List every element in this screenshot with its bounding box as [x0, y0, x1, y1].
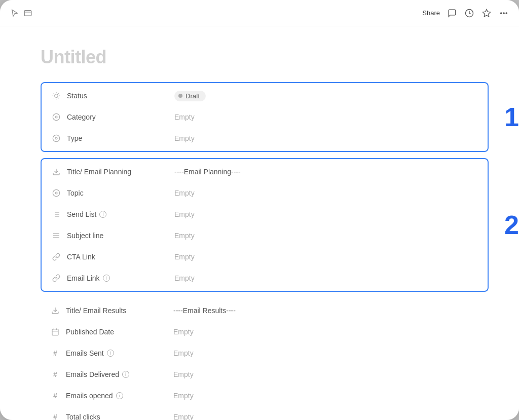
comment-icon[interactable]	[447, 8, 457, 18]
star-icon[interactable]	[481, 8, 492, 18]
share-label[interactable]: Share	[422, 9, 440, 17]
topic-value: Empty	[174, 189, 195, 197]
device-frame: Share	[0, 0, 519, 420]
category-value: Empty	[174, 113, 195, 121]
emails-sent-value: Empty	[173, 349, 194, 357]
draft-badge[interactable]: Draft	[174, 91, 206, 101]
type-row[interactable]: Type Empty	[42, 128, 488, 149]
type-icon	[52, 134, 61, 143]
top-bar-right: Share	[422, 8, 509, 18]
title-results-icon	[51, 306, 60, 315]
email-link-icon	[52, 274, 61, 283]
type-label: Type	[67, 134, 168, 142]
title-email-results-row[interactable]: Title/ Email Results ----Email Results--…	[41, 300, 489, 321]
emails-sent-row[interactable]: # Emails Sent i Empty	[41, 342, 489, 364]
window-icon	[23, 9, 32, 18]
published-date-row[interactable]: Published Date Empty	[41, 321, 489, 342]
topic-row[interactable]: Topic Empty	[42, 182, 488, 204]
email-link-value: Empty	[174, 274, 195, 282]
draft-dot	[178, 94, 182, 98]
send-list-row[interactable]: Send List i Empty	[42, 204, 488, 225]
emails-opened-icon: #	[51, 391, 60, 400]
published-date-icon	[51, 327, 60, 336]
svg-line-15	[58, 93, 59, 94]
cursor-icon	[10, 9, 19, 18]
send-list-label: Send List i	[67, 210, 168, 218]
section-2: Title/ Email Planning ----Email Planning…	[41, 158, 489, 292]
send-list-info-icon: i	[99, 211, 106, 218]
topic-label: Topic	[67, 189, 168, 197]
svg-point-16	[53, 113, 59, 120]
section-2-wrapper: Title/ Email Planning ----Email Planning…	[41, 158, 489, 292]
total-clicks-label: Total clicks	[66, 413, 167, 420]
svg-point-6	[506, 12, 507, 13]
title-planning-icon	[52, 167, 61, 176]
svg-point-4	[501, 12, 502, 13]
page-title[interactable]: Untitled	[41, 47, 489, 68]
category-row[interactable]: Category Empty	[42, 106, 488, 128]
emails-delivered-label: Emails Delivered i	[66, 370, 167, 378]
svg-point-22	[55, 192, 57, 194]
email-link-info-icon: i	[103, 275, 110, 282]
clock-icon[interactable]	[464, 8, 474, 18]
emails-delivered-info-icon: i	[122, 371, 129, 378]
type-value: Empty	[174, 134, 195, 142]
more-icon[interactable]	[499, 8, 509, 18]
published-date-value: Empty	[173, 328, 194, 336]
svg-marker-3	[483, 9, 491, 16]
top-bar-left	[10, 9, 32, 18]
draft-label: Draft	[186, 92, 200, 100]
title-email-planning-row[interactable]: Title/ Email Planning ----Email Planning…	[42, 161, 488, 182]
title-planning-value: ----Email Planning----	[174, 168, 241, 176]
section-3: Title/ Email Results ----Email Results--…	[41, 298, 489, 420]
category-label: Category	[67, 113, 168, 121]
top-bar: Share	[0, 0, 519, 26]
svg-rect-0	[24, 10, 31, 16]
svg-line-14	[54, 98, 54, 98]
category-icon	[52, 112, 61, 122]
emails-delivered-value: Empty	[173, 370, 194, 378]
emails-opened-row[interactable]: # Emails opened i Empty	[41, 385, 489, 406]
svg-point-18	[53, 135, 59, 141]
svg-line-10	[54, 93, 54, 94]
subject-line-value: Empty	[174, 232, 195, 240]
cta-link-value: Empty	[174, 253, 195, 261]
cta-link-label: CTA Link	[67, 253, 168, 261]
emails-delivered-icon: #	[51, 370, 60, 379]
svg-point-7	[55, 94, 58, 98]
send-list-icon	[52, 210, 61, 219]
published-date-label: Published Date	[66, 328, 167, 336]
title-results-label: Title/ Email Results	[66, 307, 167, 315]
cta-link-icon	[52, 252, 61, 261]
title-results-value: ----Email Results----	[173, 307, 236, 315]
total-clicks-value: Empty	[173, 413, 194, 420]
total-clicks-row[interactable]: # Total clicks Empty	[41, 406, 489, 420]
topic-icon	[52, 188, 61, 198]
svg-rect-33	[52, 329, 58, 335]
svg-point-21	[53, 189, 59, 196]
emails-sent-info-icon: i	[107, 350, 114, 357]
status-label: Status	[67, 92, 168, 100]
svg-line-11	[58, 98, 59, 98]
title-planning-label: Title/ Email Planning	[67, 168, 168, 176]
email-link-label: Email Link i	[67, 274, 168, 282]
main-content: Untitled	[0, 26, 519, 420]
subject-line-label: Subject line	[67, 232, 168, 240]
svg-point-17	[55, 116, 57, 118]
emails-sent-icon: #	[51, 349, 60, 358]
emails-opened-value: Empty	[173, 392, 194, 400]
emails-opened-info-icon: i	[116, 392, 123, 399]
status-icon	[52, 91, 61, 100]
email-link-row[interactable]: Email Link i Empty	[42, 268, 488, 289]
send-list-value: Empty	[174, 210, 195, 218]
subject-line-icon	[52, 231, 61, 240]
svg-point-5	[503, 12, 504, 13]
section-1: Status Draft Category Empty	[41, 82, 489, 152]
cta-link-row[interactable]: CTA Link Empty	[42, 246, 488, 268]
section-1-number: 1	[504, 104, 519, 130]
section-2-number: 2	[504, 212, 519, 238]
emails-delivered-row[interactable]: # Emails Delivered i Empty	[41, 364, 489, 385]
subject-line-row[interactable]: Subject line Empty	[42, 225, 488, 246]
total-clicks-icon: #	[51, 412, 60, 420]
status-row[interactable]: Status Draft	[42, 85, 488, 106]
